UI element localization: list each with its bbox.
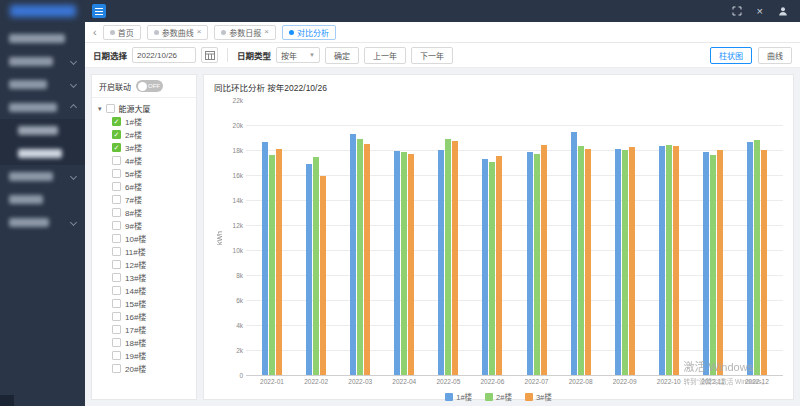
tree-item[interactable]: ✓3#楼 <box>98 141 190 154</box>
tree-item[interactable]: 4#楼 <box>98 154 190 167</box>
checkbox-icon[interactable] <box>112 234 121 243</box>
bar[interactable] <box>489 162 495 375</box>
bar[interactable] <box>357 139 363 375</box>
tree-item[interactable]: 19#楼 <box>98 349 190 362</box>
bar[interactable] <box>313 157 319 375</box>
bar-view-button[interactable]: 柱状图 <box>710 47 752 64</box>
bar[interactable] <box>571 132 577 375</box>
bar[interactable] <box>710 155 716 375</box>
legend-item[interactable]: 1#楼 <box>445 391 472 402</box>
checkbox-icon[interactable] <box>112 299 121 308</box>
bar[interactable] <box>401 152 407 375</box>
sidebar-item[interactable] <box>0 211 85 234</box>
bar[interactable] <box>717 150 723 375</box>
checkbox-icon[interactable] <box>112 156 121 165</box>
tree-item[interactable]: 20#楼 <box>98 362 190 375</box>
checkbox-icon[interactable] <box>106 104 115 113</box>
checkbox-icon[interactable] <box>112 260 121 269</box>
sidebar-item[interactable] <box>0 165 85 188</box>
tree-root-node[interactable]: ▾ 能源大厦 <box>98 102 190 115</box>
tree-item[interactable]: 13#楼 <box>98 271 190 284</box>
checkbox-icon[interactable] <box>112 351 121 360</box>
bar[interactable] <box>659 146 665 375</box>
back-chevron-icon[interactable]: ‹ <box>93 27 97 38</box>
bar[interactable] <box>445 139 451 375</box>
fullscreen-icon[interactable] <box>732 6 742 16</box>
checkbox-icon[interactable] <box>112 338 121 347</box>
tree-item[interactable]: 12#楼 <box>98 258 190 271</box>
sidebar-subitem[interactable] <box>0 119 85 142</box>
confirm-button[interactable]: 确定 <box>325 47 359 64</box>
bar[interactable] <box>673 146 679 375</box>
bar[interactable] <box>527 152 533 375</box>
tree-item[interactable]: 15#楼 <box>98 297 190 310</box>
bar[interactable] <box>496 156 502 375</box>
tree-item[interactable]: ✓1#楼 <box>98 115 190 128</box>
checkbox-icon[interactable]: ✓ <box>112 117 121 126</box>
user-icon[interactable] <box>778 6 788 16</box>
bar[interactable] <box>364 144 370 375</box>
tree-item[interactable]: 7#楼 <box>98 193 190 206</box>
sidebar-item[interactable] <box>0 96 85 119</box>
tree-item[interactable]: 5#楼 <box>98 167 190 180</box>
linkage-toggle[interactable]: OFF <box>136 80 163 92</box>
close-icon[interactable]: × <box>757 6 763 17</box>
checkbox-icon[interactable] <box>112 273 121 282</box>
tree-item[interactable]: 9#楼 <box>98 219 190 232</box>
bar[interactable] <box>585 149 591 375</box>
prev-year-button[interactable]: 上一年 <box>364 47 406 64</box>
tab-param-curve[interactable]: 参数曲线 × <box>147 25 209 40</box>
tree-item[interactable]: 8#楼 <box>98 206 190 219</box>
sidebar-item[interactable] <box>0 188 85 211</box>
checkbox-icon[interactable] <box>112 182 121 191</box>
checkbox-icon[interactable]: ✓ <box>112 143 121 152</box>
checkbox-icon[interactable]: ✓ <box>112 130 121 139</box>
tree-expand-icon[interactable]: ▾ <box>98 105 102 113</box>
sidebar-item[interactable] <box>0 50 85 73</box>
bar[interactable] <box>534 154 540 375</box>
bar[interactable] <box>408 154 414 375</box>
menu-icon[interactable] <box>92 4 106 18</box>
bar[interactable] <box>438 150 444 375</box>
checkbox-icon[interactable] <box>112 312 121 321</box>
sidebar-collapse-button[interactable] <box>0 395 14 406</box>
bar[interactable] <box>615 149 621 375</box>
tree-item[interactable]: 18#楼 <box>98 336 190 349</box>
bar[interactable] <box>629 147 635 375</box>
legend-item[interactable]: 3#楼 <box>525 391 552 402</box>
tab-comparison-active[interactable]: 对比分析 <box>282 25 336 40</box>
sidebar-item[interactable] <box>0 73 85 96</box>
tree-item[interactable]: 10#楼 <box>98 232 190 245</box>
checkbox-icon[interactable] <box>112 195 121 204</box>
checkbox-icon[interactable] <box>112 208 121 217</box>
tree-item[interactable]: 16#楼 <box>98 310 190 323</box>
next-year-button[interactable]: 下一年 <box>411 47 453 64</box>
sidebar-subitem-active[interactable] <box>0 142 85 165</box>
bar[interactable] <box>269 155 275 375</box>
bar[interactable] <box>320 176 326 375</box>
bar[interactable] <box>350 134 356 375</box>
tab-param-daily[interactable]: 参数日报 × <box>214 25 276 40</box>
bar[interactable] <box>622 150 628 375</box>
sidebar-item[interactable] <box>0 27 85 50</box>
tree-item[interactable]: 14#楼 <box>98 284 190 297</box>
bar[interactable] <box>747 142 753 375</box>
calendar-button[interactable] <box>201 47 218 63</box>
bar[interactable] <box>578 146 584 375</box>
legend-item[interactable]: 2#楼 <box>485 391 512 402</box>
tree-item[interactable]: ✓2#楼 <box>98 128 190 141</box>
tree-item[interactable]: 17#楼 <box>98 323 190 336</box>
checkbox-icon[interactable] <box>112 286 121 295</box>
line-view-button[interactable]: 曲线 <box>758 47 792 64</box>
tree-item[interactable]: 11#楼 <box>98 245 190 258</box>
bar[interactable] <box>761 150 767 375</box>
bar[interactable] <box>482 159 488 375</box>
checkbox-icon[interactable] <box>112 325 121 334</box>
tab-close-icon[interactable]: × <box>197 28 202 36</box>
bar[interactable] <box>666 145 672 375</box>
checkbox-icon[interactable] <box>112 364 121 373</box>
date-type-select[interactable]: 按年 ▼ <box>276 47 320 63</box>
bar[interactable] <box>452 141 458 375</box>
tab-home[interactable]: 首页 <box>103 25 141 40</box>
checkbox-icon[interactable] <box>112 247 121 256</box>
